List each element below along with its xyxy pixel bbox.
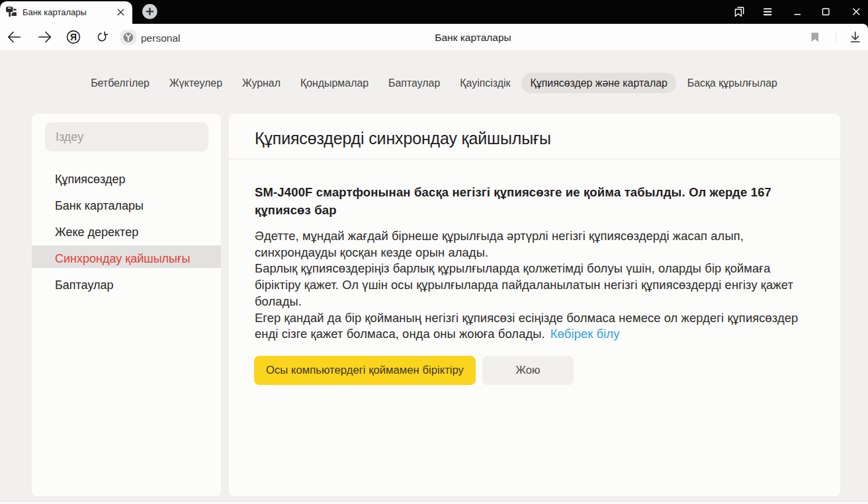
svg-text:Я: Я: [70, 32, 77, 42]
